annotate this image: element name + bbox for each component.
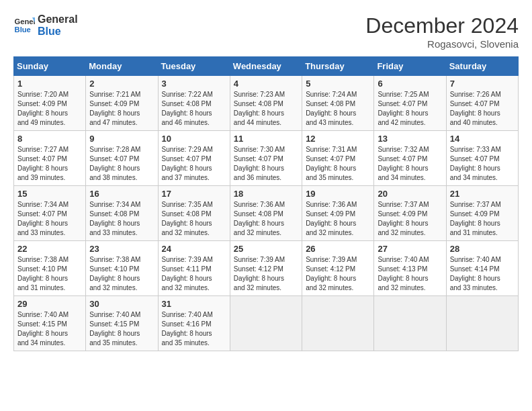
header-sunday: Sunday — [14, 57, 86, 76]
calendar-cell: 13 Sunrise: 7:32 AM Sunset: 4:07 PM Dayl… — [374, 131, 446, 186]
sunset-label: Sunset: 4:10 PM — [89, 265, 139, 273]
day-info: Sunrise: 7:29 AM Sunset: 4:07 PM Dayligh… — [162, 145, 226, 183]
sunrise-label: Sunrise: 7:40 AM — [17, 311, 69, 318]
day-number: 11 — [234, 134, 298, 144]
day-info: Sunrise: 7:24 AM Sunset: 4:08 PM Dayligh… — [306, 90, 370, 128]
day-number: 24 — [162, 244, 226, 254]
daylight-label: Daylight: 8 hoursand 32 minutes. — [378, 275, 428, 291]
calendar-cell: 28 Sunrise: 7:40 AM Sunset: 4:14 PM Dayl… — [446, 241, 518, 296]
day-number: 18 — [234, 189, 298, 199]
calendar-cell: 27 Sunrise: 7:40 AM Sunset: 4:13 PM Dayl… — [374, 241, 446, 296]
calendar-cell — [446, 296, 518, 351]
sunset-label: Sunset: 4:07 PM — [17, 210, 67, 218]
sunrise-label: Sunrise: 7:40 AM — [162, 311, 213, 318]
day-info: Sunrise: 7:33 AM Sunset: 4:07 PM Dayligh… — [450, 145, 515, 183]
calendar-cell: 18 Sunrise: 7:36 AM Sunset: 4:08 PM Dayl… — [230, 186, 302, 241]
day-info: Sunrise: 7:35 AM Sunset: 4:08 PM Dayligh… — [162, 200, 226, 238]
sunset-label: Sunset: 4:09 PM — [306, 210, 355, 218]
day-number: 8 — [17, 134, 82, 144]
day-info: Sunrise: 7:23 AM Sunset: 4:08 PM Dayligh… — [234, 90, 298, 128]
sunset-label: Sunset: 4:08 PM — [89, 210, 139, 218]
daylight-label: Daylight: 8 hoursand 32 minutes. — [378, 220, 428, 236]
day-number: 30 — [89, 299, 154, 309]
svg-text:General: General — [15, 17, 35, 26]
calendar-cell: 7 Sunrise: 7:26 AM Sunset: 4:07 PM Dayli… — [446, 76, 518, 131]
sunrise-label: Sunrise: 7:25 AM — [378, 91, 429, 98]
daylight-label: Daylight: 8 hoursand 47 minutes. — [89, 109, 140, 126]
sunrise-label: Sunrise: 7:36 AM — [234, 201, 285, 208]
sunrise-label: Sunrise: 7:22 AM — [162, 91, 213, 98]
calendar-cell: 26 Sunrise: 7:39 AM Sunset: 4:12 PM Dayl… — [302, 241, 374, 296]
sunset-label: Sunset: 4:07 PM — [234, 155, 283, 163]
daylight-label: Daylight: 8 hoursand 32 minutes. — [162, 220, 212, 236]
sunrise-label: Sunrise: 7:32 AM — [378, 146, 429, 153]
daylight-label: Daylight: 8 hoursand 34 minutes. — [17, 330, 68, 347]
calendar-cell: 25 Sunrise: 7:39 AM Sunset: 4:12 PM Dayl… — [230, 241, 302, 296]
day-info: Sunrise: 7:28 AM Sunset: 4:07 PM Dayligh… — [89, 145, 154, 183]
day-info: Sunrise: 7:40 AM Sunset: 4:14 PM Dayligh… — [450, 255, 515, 293]
header-tuesday: Tuesday — [158, 57, 230, 76]
day-number: 1 — [17, 79, 82, 89]
sunset-label: Sunset: 4:07 PM — [450, 155, 500, 163]
day-number: 9 — [89, 134, 154, 144]
month-title: December 2024 — [365, 13, 519, 38]
day-number: 15 — [17, 189, 82, 199]
day-info: Sunrise: 7:36 AM Sunset: 4:08 PM Dayligh… — [234, 200, 298, 238]
location-subtitle: Rogasovci, Slovenia — [365, 38, 519, 50]
day-info: Sunrise: 7:26 AM Sunset: 4:07 PM Dayligh… — [450, 90, 515, 128]
daylight-label: Daylight: 8 hoursand 49 minutes. — [17, 109, 68, 126]
header-monday: Monday — [86, 57, 158, 76]
sunset-label: Sunset: 4:09 PM — [378, 210, 427, 218]
sunrise-label: Sunrise: 7:28 AM — [89, 146, 140, 153]
sunset-label: Sunset: 4:13 PM — [378, 265, 427, 273]
calendar-cell: 3 Sunrise: 7:22 AM Sunset: 4:08 PM Dayli… — [158, 76, 230, 131]
sunset-label: Sunset: 4:10 PM — [17, 265, 67, 273]
sunrise-label: Sunrise: 7:36 AM — [306, 201, 357, 208]
calendar-cell: 12 Sunrise: 7:31 AM Sunset: 4:07 PM Dayl… — [302, 131, 374, 186]
day-number: 28 — [450, 244, 515, 254]
calendar-cell: 6 Sunrise: 7:25 AM Sunset: 4:07 PM Dayli… — [374, 76, 446, 131]
sunset-label: Sunset: 4:08 PM — [234, 210, 283, 218]
calendar-row: 1 Sunrise: 7:20 AM Sunset: 4:09 PM Dayli… — [14, 76, 519, 131]
day-info: Sunrise: 7:21 AM Sunset: 4:09 PM Dayligh… — [89, 90, 154, 128]
daylight-label: Daylight: 8 hoursand 31 minutes. — [17, 275, 68, 291]
day-info: Sunrise: 7:36 AM Sunset: 4:09 PM Dayligh… — [306, 200, 370, 238]
daylight-label: Daylight: 8 hoursand 43 minutes. — [306, 109, 356, 126]
daylight-label: Daylight: 8 hoursand 42 minutes. — [378, 109, 428, 126]
day-info: Sunrise: 7:20 AM Sunset: 4:09 PM Dayligh… — [17, 90, 82, 128]
sunrise-label: Sunrise: 7:37 AM — [378, 201, 429, 208]
header-saturday: Saturday — [446, 57, 518, 76]
calendar-cell: 1 Sunrise: 7:20 AM Sunset: 4:09 PM Dayli… — [14, 76, 86, 131]
sunrise-label: Sunrise: 7:35 AM — [162, 201, 213, 208]
title-block: December 2024 Rogasovci, Slovenia — [365, 13, 519, 50]
calendar-row: 8 Sunrise: 7:27 AM Sunset: 4:07 PM Dayli… — [14, 131, 519, 186]
sunrise-label: Sunrise: 7:33 AM — [450, 146, 501, 153]
sunset-label: Sunset: 4:15 PM — [17, 320, 67, 328]
sunrise-label: Sunrise: 7:39 AM — [234, 256, 285, 263]
header-thursday: Thursday — [302, 57, 374, 76]
daylight-label: Daylight: 8 hoursand 35 minutes. — [89, 330, 140, 347]
sunset-label: Sunset: 4:07 PM — [162, 155, 212, 163]
day-number: 27 — [378, 244, 442, 254]
day-info: Sunrise: 7:37 AM Sunset: 4:09 PM Dayligh… — [450, 200, 515, 238]
daylight-label: Daylight: 8 hoursand 39 minutes. — [17, 165, 68, 181]
sunrise-label: Sunrise: 7:37 AM — [450, 201, 501, 208]
day-number: 2 — [89, 79, 154, 89]
day-info: Sunrise: 7:39 AM Sunset: 4:11 PM Dayligh… — [162, 255, 226, 293]
calendar-cell — [374, 296, 446, 351]
day-info: Sunrise: 7:40 AM Sunset: 4:15 PM Dayligh… — [89, 310, 154, 348]
sunset-label: Sunset: 4:12 PM — [234, 265, 283, 273]
calendar-cell: 15 Sunrise: 7:34 AM Sunset: 4:07 PM Dayl… — [14, 186, 86, 241]
calendar-cell: 30 Sunrise: 7:40 AM Sunset: 4:15 PM Dayl… — [86, 296, 158, 351]
sunrise-label: Sunrise: 7:40 AM — [450, 256, 501, 263]
day-info: Sunrise: 7:39 AM Sunset: 4:12 PM Dayligh… — [306, 255, 370, 293]
calendar-cell: 23 Sunrise: 7:38 AM Sunset: 4:10 PM Dayl… — [86, 241, 158, 296]
calendar-body: 1 Sunrise: 7:20 AM Sunset: 4:09 PM Dayli… — [14, 76, 519, 351]
svg-text:Blue: Blue — [15, 25, 31, 33]
day-info: Sunrise: 7:30 AM Sunset: 4:07 PM Dayligh… — [234, 145, 298, 183]
daylight-label: Daylight: 8 hoursand 32 minutes. — [234, 275, 284, 291]
daylight-label: Daylight: 8 hoursand 32 minutes. — [306, 275, 356, 291]
daylight-label: Daylight: 8 hoursand 46 minutes. — [162, 109, 212, 126]
daylight-label: Daylight: 8 hoursand 35 minutes. — [162, 330, 212, 347]
logo: General Blue General Blue — [13, 13, 78, 37]
